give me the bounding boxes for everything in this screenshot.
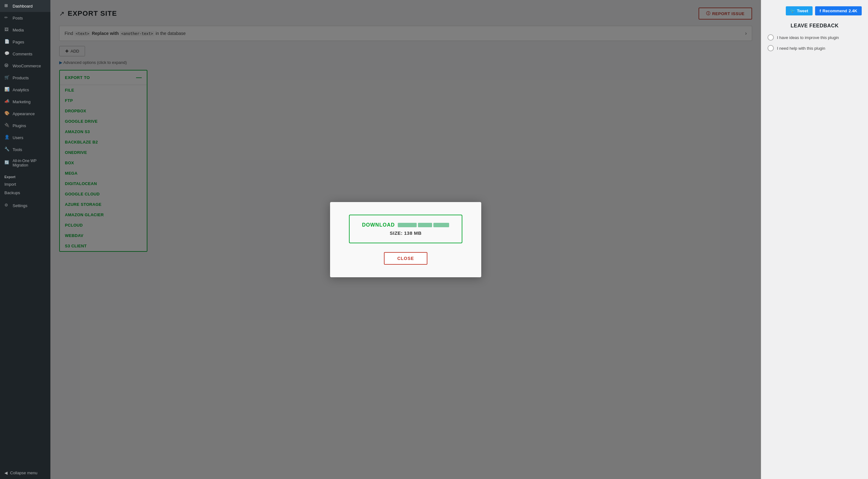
sidebar-item-label: Plugins [12,124,26,128]
redacted-1 [398,223,417,227]
sidebar-item-allinone[interactable]: 🔄 All-in-One WP Migration [0,156,51,171]
tweet-button[interactable]: 🐦 Tweet [786,6,812,15]
feedback-option-1[interactable]: I have ideas to improve this plugin [768,34,862,41]
feedback-radio-2[interactable] [768,45,774,51]
feedback-radio-1[interactable] [768,34,774,41]
sidebar-item-settings[interactable]: ⚙ Settings [0,200,51,211]
sidebar-item-appearance[interactable]: 🎨 Appearance [0,108,51,119]
allinone-icon: 🔄 [4,160,10,166]
sidebar-item-users[interactable]: 👤 Users [0,132,51,143]
plugins-icon: 🔌 [4,123,10,128]
recommend-button[interactable]: f Recommend 2.4K [815,6,862,15]
sidebar-item-label: WooCommerce [12,64,41,68]
posts-icon: ✏ [4,15,10,21]
download-redacted [398,223,449,227]
sidebar-item-label: Dashboard [12,4,33,8]
media-icon: 🖼 [4,27,10,33]
sidebar-item-label: Marketing [12,99,31,104]
feedback-label-1: I have ideas to improve this plugin [777,35,839,40]
sidebar-item-label: Comments [12,52,32,56]
woocommerce-icon: Ⓦ [4,63,10,69]
redacted-2 [418,223,432,227]
collapse-label: Collapse menu [10,471,37,475]
sidebar-sub-import[interactable]: Import [0,180,51,189]
sidebar-item-tools[interactable]: 🔧 Tools [0,143,51,156]
settings-icon: ⚙ [4,203,10,208]
sidebar-item-dashboard[interactable]: ⊞ Dashboard [0,0,51,12]
sidebar-item-analytics[interactable]: 📊 Analytics [0,84,51,96]
marketing-icon: 📣 [4,99,10,104]
content-area: ↗ EXPORT SITE ⓘ REPORT ISSUE Find <text>… [51,0,868,479]
sidebar-item-label: Analytics [12,88,29,92]
sidebar-item-products[interactable]: 🛒 Products [0,72,51,84]
feedback-label-2: I need help with this plugin [777,46,825,51]
sidebar-item-woocommerce[interactable]: Ⓦ WooCommerce [0,60,51,72]
sidebar-item-media[interactable]: 🖼 Media [0,24,51,36]
sidebar-item-pages[interactable]: 📄 Pages [0,36,51,48]
users-icon: 👤 [4,135,10,140]
sidebar-item-marketing[interactable]: 📣 Marketing [0,96,51,108]
sidebar-item-label: All-in-One WP Migration [12,159,46,167]
sidebar-item-label: Posts [12,16,23,21]
sidebar-item-label: Products [12,75,29,80]
twitter-icon: 🐦 [790,8,795,13]
recommend-label: Recommend [823,8,847,13]
sidebar-item-label: Media [12,28,24,32]
sidebar-item-label: Appearance [12,111,35,116]
appearance-icon: 🎨 [4,111,10,116]
sidebar-item-posts[interactable]: ✏ Posts [0,12,51,24]
right-sidebar: 🐦 Tweet f Recommend 2.4K LEAVE FEEDBACK … [761,0,868,479]
download-box: DOWNLOAD SIZE: 138 MB [349,215,463,243]
sidebar-item-label: Users [12,135,23,140]
sidebar-sub-backups[interactable]: Backups [0,189,51,197]
analytics-icon: 📊 [4,87,10,93]
sidebar-item-label: Tools [12,147,22,152]
comments-icon: 💬 [4,51,10,57]
sidebar-item-label: Settings [12,203,27,208]
pages-icon: 📄 [4,39,10,45]
sidebar-item-plugins[interactable]: 🔌 Plugins [0,119,51,132]
modal-backdrop: DOWNLOAD SIZE: 138 MB CLOSE [51,0,761,479]
page-content: ↗ EXPORT SITE ⓘ REPORT ISSUE Find <text>… [51,0,761,479]
recommend-count: 2.4K [849,8,857,13]
sidebar: ⊞ Dashboard ✏ Posts 🖼 Media 📄 Pages 💬 Co… [0,0,51,479]
collapse-icon: ◀ [4,471,7,475]
social-buttons: 🐦 Tweet f Recommend 2.4K [768,6,862,15]
leave-feedback-title: LEAVE FEEDBACK [768,23,862,29]
close-button[interactable]: CLOSE [384,252,427,265]
tools-icon: 🔧 [4,147,10,152]
sidebar-item-comments[interactable]: 💬 Comments [0,48,51,60]
tweet-label: Tweet [797,8,808,13]
dashboard-icon: ⊞ [4,3,10,9]
redacted-3 [433,223,449,227]
facebook-icon: f [819,8,821,13]
feedback-option-2[interactable]: I need help with this plugin [768,45,862,51]
download-text: DOWNLOAD [362,222,395,228]
sidebar-item-label: Pages [12,40,24,44]
download-modal: DOWNLOAD SIZE: 138 MB CLOSE [330,202,481,277]
collapse-menu-button[interactable]: ◀ Collapse menu [0,467,51,479]
download-label: DOWNLOAD [362,222,450,228]
export-label: Export [0,172,51,180]
main-area: ↗ EXPORT SITE ⓘ REPORT ISSUE Find <text>… [51,0,868,479]
products-icon: 🛒 [4,75,10,80]
download-size: SIZE: 138 MB [362,230,450,236]
